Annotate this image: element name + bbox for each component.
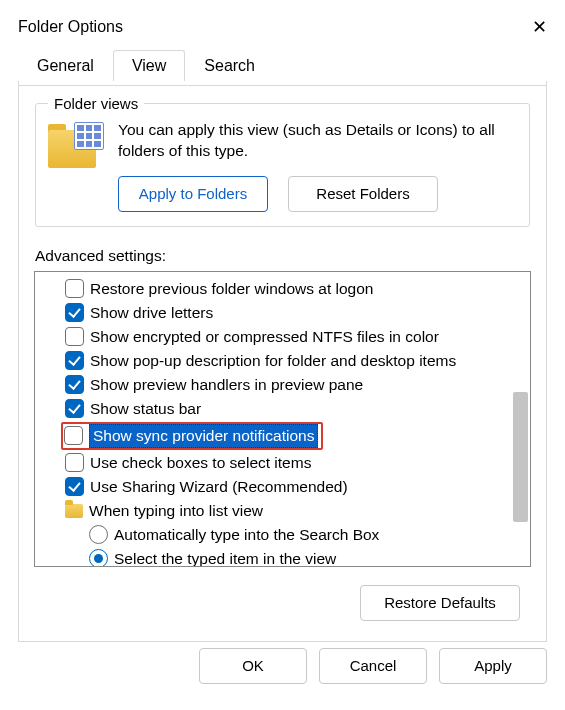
scrollbar-thumb[interactable]: [513, 392, 528, 522]
reset-folders-button[interactable]: Reset Folders: [288, 176, 438, 212]
folder-icon: [65, 504, 83, 518]
setting-item[interactable]: Use Sharing Wizard (Recommended): [39, 475, 526, 499]
checkbox[interactable]: [65, 279, 84, 298]
setting-label: Show pop-up description for folder and d…: [90, 350, 456, 372]
setting-label: Restore previous folder windows at logon: [90, 278, 373, 300]
apply-to-folders-button[interactable]: Apply to Folders: [118, 176, 268, 212]
tab-view[interactable]: View: [113, 50, 185, 81]
tab-search[interactable]: Search: [185, 50, 274, 81]
title-bar: Folder Options ✕: [0, 0, 565, 44]
close-icon[interactable]: ✕: [527, 16, 551, 38]
checkbox[interactable]: [64, 426, 83, 445]
tab-underline: [18, 85, 547, 86]
setting-item[interactable]: Show encrypted or compressed NTFS files …: [39, 325, 526, 349]
setting-label: Automatically type into the Search Box: [114, 524, 379, 546]
view-panel: Folder views You can apply this view (su…: [18, 81, 547, 642]
setting-item[interactable]: Show pop-up description for folder and d…: [39, 349, 526, 373]
tab-strip: General View Search: [18, 50, 547, 81]
advanced-settings-label: Advanced settings:: [35, 247, 530, 265]
folder-views-legend: Folder views: [48, 95, 144, 112]
setting-item[interactable]: Show drive letters: [39, 301, 526, 325]
setting-item[interactable]: When typing into list view: [39, 499, 526, 523]
restore-defaults-button[interactable]: Restore Defaults: [360, 585, 520, 621]
checkbox[interactable]: [65, 327, 84, 346]
checkbox[interactable]: [65, 477, 84, 496]
checkbox[interactable]: [65, 351, 84, 370]
folder-views-text: You can apply this view (such as Details…: [118, 120, 517, 162]
radio[interactable]: [89, 549, 108, 566]
advanced-settings-tree[interactable]: Restore previous folder windows at logon…: [34, 271, 531, 567]
folder-views-icon: [48, 122, 104, 172]
tab-general[interactable]: General: [18, 50, 113, 81]
checkbox[interactable]: [65, 303, 84, 322]
checkbox[interactable]: [65, 399, 84, 418]
setting-label: When typing into list view: [89, 500, 263, 522]
setting-label: Show preview handlers in preview pane: [90, 374, 363, 396]
setting-label: Select the typed item in the view: [114, 548, 336, 566]
setting-label: Use Sharing Wizard (Recommended): [90, 476, 348, 498]
checkbox[interactable]: [65, 375, 84, 394]
setting-label: Show sync provider notifications: [89, 424, 318, 448]
setting-item[interactable]: Show preview handlers in preview pane: [39, 373, 526, 397]
radio[interactable]: [89, 525, 108, 544]
setting-label: Show status bar: [90, 398, 201, 420]
setting-item[interactable]: Show sync provider notifications: [39, 421, 526, 451]
apply-button[interactable]: Apply: [439, 648, 547, 684]
dialog-buttons: OK Cancel Apply: [0, 642, 565, 684]
setting-item[interactable]: Select the typed item in the view: [39, 547, 526, 566]
ok-button[interactable]: OK: [199, 648, 307, 684]
setting-label: Use check boxes to select items: [90, 452, 311, 474]
cancel-button[interactable]: Cancel: [319, 648, 427, 684]
setting-item[interactable]: Automatically type into the Search Box: [39, 523, 526, 547]
window-title: Folder Options: [18, 18, 123, 36]
setting-item[interactable]: Use check boxes to select items: [39, 451, 526, 475]
setting-label: Show encrypted or compressed NTFS files …: [90, 326, 439, 348]
setting-label: Show drive letters: [90, 302, 213, 324]
setting-item[interactable]: Restore previous folder windows at logon: [39, 277, 526, 301]
folder-views-group: Folder views You can apply this view (su…: [35, 95, 530, 227]
setting-item[interactable]: Show status bar: [39, 397, 526, 421]
checkbox[interactable]: [65, 453, 84, 472]
